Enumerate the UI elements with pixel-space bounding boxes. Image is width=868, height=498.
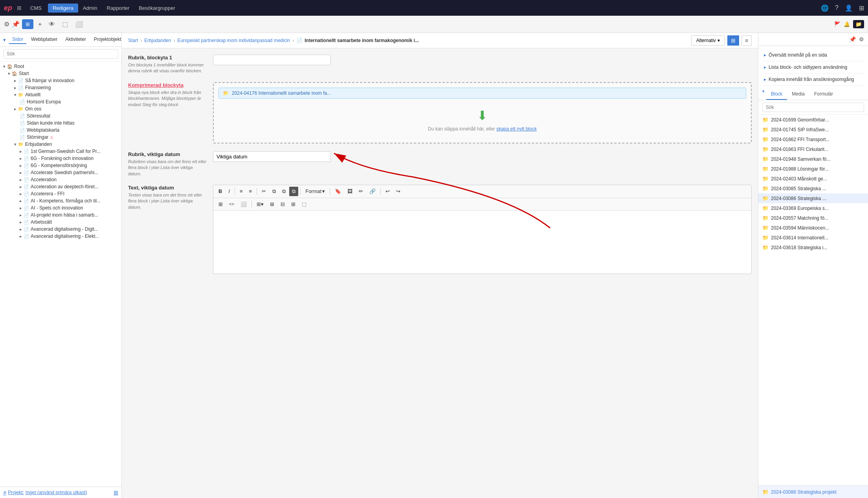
tree-item-german[interactable]: ▸ 📄 1st German-Swedish Call for Pr... (0, 148, 121, 155)
tree-item-storningar[interactable]: 📄 Störningar ⚠ (0, 134, 121, 141)
panel-search-input[interactable] (762, 103, 864, 112)
gear-icon-right[interactable]: ⚙ (859, 36, 864, 42)
table-btn[interactable]: ⊞▾ (254, 200, 266, 209)
row-btn[interactable]: ⊟ (278, 200, 288, 209)
link-btn[interactable]: 🔗 (367, 187, 378, 196)
tree-item-erbjudanden[interactable]: ▾ 📁 Erbjudanden (0, 141, 121, 148)
sidebar-tab-projektobjekt[interactable]: Projektobjekt (91, 35, 122, 44)
tree-item-avancerad-elekt[interactable]: ▸ 📄 Avancerad digitalisering - Elekt... (0, 233, 121, 240)
alternativ-button[interactable]: Alternativ ▾ (691, 35, 725, 46)
grid-view-btn[interactable]: ⊞ (727, 35, 739, 46)
tree-item-innovation[interactable]: ▸ 📄 Så främjar vi innovation (0, 77, 121, 84)
tree-item-sokresultat[interactable]: 📄 Sökresultat (0, 112, 121, 119)
list-icon[interactable]: ≡ (3, 489, 6, 496)
breadcrumb-euro[interactable]: Europeiskt partnerskap inom individanpas… (177, 38, 290, 43)
breadcrumb-start[interactable]: Start (128, 38, 138, 43)
tree-item-root[interactable]: ▾ 🏠 Root (0, 63, 121, 70)
edit-btn[interactable]: ✏ (356, 187, 366, 196)
panel-item-01948[interactable]: 📁 2024-01948 Samverkan fö... (758, 154, 868, 164)
preview-btn[interactable]: 👁 (46, 19, 57, 29)
tree-item-sidan-inte[interactable]: 📄 Sidan kunde inte hittas (0, 119, 121, 127)
rubrik-blockyta1-input[interactable] (213, 55, 331, 65)
block-item[interactable]: 📁 2024-04176 Internationellt samarbete i… (218, 88, 746, 99)
panel-item-01745[interactable]: 📁 2024-01745 SIP InfraSwe... (758, 125, 868, 134)
sidebar-tab-aktiviteter[interactable]: Aktiviteter (62, 35, 89, 44)
cut-btn[interactable]: ✂ (259, 187, 269, 196)
maximize-btn[interactable]: ⬜ (238, 200, 250, 209)
pin-icon[interactable]: 📌 (12, 20, 20, 28)
apps-icon[interactable]: ⊞ (859, 4, 864, 12)
panel-item-02403[interactable]: 📁 2024-02403 Månskott ge... (758, 174, 868, 184)
grid-icon[interactable]: ⊞ (17, 5, 22, 11)
redo-btn[interactable]: ↪ (393, 187, 403, 196)
bold-btn[interactable]: B (216, 187, 225, 196)
table-icon[interactable]: ⊞ (114, 489, 118, 496)
rte-content[interactable] (213, 211, 751, 274)
flag-icon[interactable]: 🚩 (834, 21, 840, 27)
panel-tab-media[interactable]: Media (787, 89, 809, 100)
tree-item-6g-kompetens[interactable]: ▸ 📄 6G - Kompetensförsörjning (0, 162, 121, 169)
sidebar-search-input[interactable] (3, 49, 118, 59)
ol-btn[interactable]: ≡ (246, 187, 255, 196)
tree-item-om-oss[interactable]: ▸ 📁 Om oss (0, 105, 121, 112)
image-btn[interactable]: 🖼 (345, 187, 355, 196)
fullscreen-btn[interactable]: ⬜ (73, 19, 85, 29)
tree-item-webbkarta[interactable]: 📄 Webbplatskarta (0, 127, 121, 134)
undo-btn[interactable]: ↩ (383, 187, 393, 196)
paste-special-btn[interactable]: ⧉ (289, 187, 298, 196)
panel-item-03557[interactable]: 📁 2024-03557 Matchning fö... (758, 213, 868, 223)
cell-btn[interactable]: ⬚ (299, 200, 309, 209)
add-btn[interactable]: + (36, 19, 44, 29)
ul-btn[interactable]: ≡ (237, 187, 246, 196)
tree-item-arbetssatt[interactable]: ▸ 📄 Arbetssätt (0, 219, 121, 226)
source-btn[interactable]: ⊞ (216, 200, 226, 209)
tree-item-aktuellt[interactable]: ▾ 📁 Aktuellt (0, 91, 121, 98)
top-nav-item-admin[interactable]: Admin (78, 4, 102, 13)
panel-item-03085[interactable]: 📁 2024-03085 Strategiska ... (758, 184, 868, 193)
rubrik-datum-input[interactable] (213, 151, 331, 162)
bell-icon[interactable]: 🔔 (844, 21, 850, 27)
panel-tab-formular[interactable]: Formulär (809, 89, 838, 100)
tree-view-btn[interactable]: ⊞ (22, 19, 33, 29)
panel-item-03369[interactable]: 📁 2024-03369 Europeiska s... (758, 203, 868, 213)
pin-icon-right[interactable]: 📌 (849, 36, 856, 42)
copy-btn[interactable]: ⧉ (270, 187, 279, 196)
tree-item-acceleration[interactable]: ▸ 📄 Acceleration (0, 176, 121, 183)
panel-item-01988[interactable]: 📁 2024-01988 Lösningar för... (758, 164, 868, 174)
table-props-btn[interactable]: ⊞ (267, 200, 277, 209)
tree-item-accelerate[interactable]: ▸ 📄 Accelerate Swedish partnershi... (0, 169, 121, 176)
panel-item-03618[interactable]: 📁 2024-03618 Strategiska i... (758, 243, 868, 252)
col-btn[interactable]: ⊞ (288, 200, 298, 209)
format-btn[interactable]: Format ▾ (303, 187, 328, 196)
help-icon[interactable]: ? (835, 4, 839, 11)
panel-item-03594[interactable]: 📁 2024-03594 Människocen... (758, 223, 868, 233)
top-nav-item-besökargrupper[interactable]: Besökargrupper (134, 4, 180, 13)
panel-item-03086[interactable]: 📁 2024-03086 Strategiska ... (758, 193, 868, 203)
panel-item-01863[interactable]: 📁 2024-01863 FFI Cirkularit... (758, 144, 868, 154)
action-list-blocks[interactable]: ▸ Lista block- och sidtypers användning (762, 61, 864, 74)
sidebar-tab-webbplatser[interactable]: Webbplatser (28, 35, 61, 44)
panel-tab-block[interactable]: Block (766, 89, 787, 100)
list-view-btn[interactable]: ≡ (741, 35, 752, 46)
tree-item-ai-kompetens[interactable]: ▸ 📄 AI - Kompetens, förmåga och til... (0, 197, 121, 204)
panel-item-03614[interactable]: 📁 2024-03614 Internationell... (758, 233, 868, 243)
italic-btn[interactable]: I (226, 187, 233, 196)
top-nav-item-redigera[interactable]: Redigera (48, 4, 78, 13)
tree-item-6g-forskning[interactable]: ▸ 📄 6G - Forskning och innovation (0, 155, 121, 162)
tree-item-finansiering[interactable]: ▸ 📄 Finansiering (0, 84, 121, 91)
sidebar-tab-sidor[interactable]: Sidor (9, 35, 26, 44)
globe-icon[interactable]: 🌐 (821, 4, 829, 12)
create-block-link[interactable]: skapa ett nytt block (496, 126, 537, 132)
panel-item-01862[interactable]: 📁 2024-01862 FFI Transport... (758, 134, 868, 144)
paste-btn[interactable]: ⧉ (279, 187, 288, 196)
tree-item-ai-halsa[interactable]: ▸ 📄 AI-projekt inom hälsa i samarb... (0, 211, 121, 219)
tree-item-ai-spets[interactable]: ▸ 📄 AI - Spets och innovation (0, 204, 121, 211)
panel-item-01699[interactable]: 📁 2024-01699 Genomförbar... (758, 115, 868, 125)
tree-item-acceleration-deep[interactable]: ▸ 📄 Acceleration av deeptech-föret... (0, 183, 121, 190)
projekt-value[interactable]: Inget (använd primära utkast) (26, 490, 87, 495)
tree-item-accelerera-ffi[interactable]: ▸ 📄 Accelerera - FFI (0, 190, 121, 197)
breadcrumb-erbjudanden[interactable]: Erbjudanden (144, 38, 171, 43)
folder-icon-active[interactable]: 📁 (853, 20, 864, 28)
tree-item-start[interactable]: ▾ 🏠 Start (0, 70, 121, 77)
gear-icon[interactable]: ⚙ (4, 20, 9, 28)
